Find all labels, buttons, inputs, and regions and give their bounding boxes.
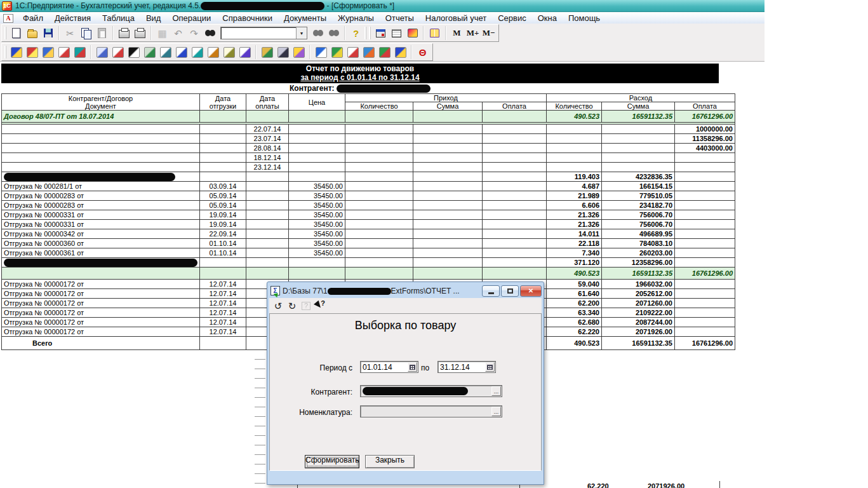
print-icon[interactable] xyxy=(116,25,132,41)
cell xyxy=(2,268,200,280)
combo-dropdown-icon[interactable]: ▼ xyxy=(296,27,307,39)
chart-icon[interactable] xyxy=(237,44,253,60)
cell xyxy=(413,248,483,258)
table-row-line-fragments xyxy=(255,359,265,484)
dialog-title-bar[interactable]: Σ D:\Базы 77\1ExtForms\ОТЧЕТ ... ✕ xyxy=(269,283,542,298)
user-monitor-icon[interactable] xyxy=(259,44,275,60)
journal-icon[interactable] xyxy=(110,44,126,60)
find-combo-box[interactable]: ▼ xyxy=(220,27,307,39)
cell: 4403000.00 xyxy=(675,144,735,153)
cell: Отгрузка № 00000172 от xyxy=(2,308,200,318)
toolbar-grip[interactable] xyxy=(364,27,366,39)
help-doc-icon[interactable]: ? xyxy=(299,299,313,312)
calendar-picker-icon[interactable] xyxy=(408,362,417,372)
cut-icon[interactable]: ✂ xyxy=(62,25,78,41)
cell xyxy=(246,182,289,191)
document-mark-delete-icon[interactable] xyxy=(56,44,72,60)
exit-icon[interactable]: Θ xyxy=(415,44,431,60)
cell xyxy=(200,268,246,280)
locked-icon[interactable]: ▦ xyxy=(154,25,170,41)
open-icon[interactable] xyxy=(24,25,40,41)
cell xyxy=(413,210,483,220)
menu-действия[interactable]: Действия xyxy=(49,13,97,24)
menu-помощь[interactable]: Помощь xyxy=(563,13,606,24)
choose-nomenclature-button[interactable]: ... xyxy=(491,407,501,416)
convert-77-icon[interactable] xyxy=(361,44,377,60)
camera-icon[interactable] xyxy=(275,44,291,60)
table-columns-icon[interactable] xyxy=(142,44,157,60)
menu-сервис[interactable]: Сервис xyxy=(492,13,532,24)
accounts-book-icon[interactable] xyxy=(8,44,24,60)
text-add-icon[interactable] xyxy=(173,44,189,60)
help-icon[interactable]: ? xyxy=(348,25,364,41)
text-doc-icon[interactable] xyxy=(157,44,173,60)
find-next-icon[interactable] xyxy=(310,25,326,41)
dialog-minimize-button[interactable] xyxy=(482,285,500,297)
menu-налоговый-учет[interactable]: Налоговый учет xyxy=(420,13,492,24)
filter-icon[interactable] xyxy=(72,44,88,60)
globe-icon[interactable] xyxy=(313,44,329,60)
menu-операции[interactable]: Операции xyxy=(166,13,217,24)
paste-icon[interactable] xyxy=(94,25,110,41)
menu-справочники[interactable]: Справочники xyxy=(217,13,278,24)
new-document-icon[interactable] xyxy=(8,25,24,41)
find-prev-icon[interactable] xyxy=(326,25,342,41)
monitor-query-icon[interactable] xyxy=(404,25,420,41)
cd-icon[interactable] xyxy=(291,44,307,60)
exchange-icon[interactable] xyxy=(377,44,392,60)
menu-таблица[interactable]: Таблица xyxy=(97,13,140,24)
calendar-icon[interactable] xyxy=(389,25,404,41)
constructor-icon[interactable] xyxy=(24,44,40,60)
cell: 22.09.14 xyxy=(200,229,246,239)
guidebook-icon[interactable] xyxy=(427,25,443,41)
counterparty-input[interactable]: ... xyxy=(360,385,502,397)
memory-minus-button[interactable]: M− xyxy=(481,25,497,41)
calculator-icon[interactable] xyxy=(373,25,389,41)
toolbar-grip[interactable] xyxy=(4,27,6,39)
report-window-icon[interactable]: A xyxy=(3,14,13,23)
menu-документы[interactable]: Документы xyxy=(278,13,332,24)
print-preview-icon[interactable] xyxy=(132,25,148,41)
toolbar-grip[interactable] xyxy=(369,27,371,39)
pattern-icon[interactable] xyxy=(126,44,142,60)
menu-журналы[interactable]: Журналы xyxy=(332,13,380,24)
copy-icon[interactable] xyxy=(78,25,94,41)
dialog-maximize-button[interactable] xyxy=(501,285,519,297)
nomenclature-input[interactable]: ... xyxy=(360,405,502,417)
redo-icon[interactable]: ↷ xyxy=(186,25,202,41)
cell: 21.989 xyxy=(547,191,602,201)
table-icon[interactable] xyxy=(94,44,110,60)
text-check-icon[interactable] xyxy=(205,44,221,60)
cell: 01.10.14 xyxy=(200,239,246,248)
choose-counterparty-button[interactable]: ... xyxy=(491,386,501,396)
load-settings-icon[interactable]: ↺ xyxy=(271,299,285,312)
doc-list-icon[interactable] xyxy=(221,44,237,60)
period-from-input[interactable]: 01.01.14 xyxy=(360,361,418,373)
toolbar-grip[interactable] xyxy=(4,46,6,58)
menu-файл[interactable]: Файл xyxy=(17,13,49,24)
memory-plus-button[interactable]: M+ xyxy=(465,25,481,41)
calendar-picker-icon[interactable] xyxy=(485,362,495,372)
close-button[interactable]: Закрыть xyxy=(365,455,415,468)
web-update-icon[interactable] xyxy=(392,44,408,60)
undo-icon[interactable]: ↶ xyxy=(170,25,186,41)
period-to-input[interactable]: 31.12.14 xyxy=(437,361,496,373)
save-settings-icon[interactable]: ↻ xyxy=(285,299,299,312)
menu-отчеты[interactable]: Отчеты xyxy=(380,13,420,24)
cell xyxy=(289,111,345,123)
save-icon[interactable] xyxy=(40,25,56,41)
dialog-close-button[interactable]: ✕ xyxy=(520,285,542,297)
menu-вид[interactable]: Вид xyxy=(140,13,167,24)
cell: 4.687 xyxy=(547,182,602,191)
context-help-icon[interactable] xyxy=(313,299,327,312)
find-icon[interactable] xyxy=(202,25,218,41)
database-export-icon[interactable] xyxy=(329,44,345,60)
text-insert-icon[interactable] xyxy=(189,44,205,60)
cell xyxy=(413,229,483,239)
references-icon[interactable] xyxy=(40,44,56,60)
menu-окна[interactable]: Окна xyxy=(532,13,563,24)
memory-recall-button[interactable]: M xyxy=(449,25,465,41)
generate-button[interactable]: Сформировать xyxy=(305,455,359,468)
calendar-date-icon[interactable] xyxy=(345,44,361,60)
table-row: 22.07.141000000.00 xyxy=(2,125,735,134)
